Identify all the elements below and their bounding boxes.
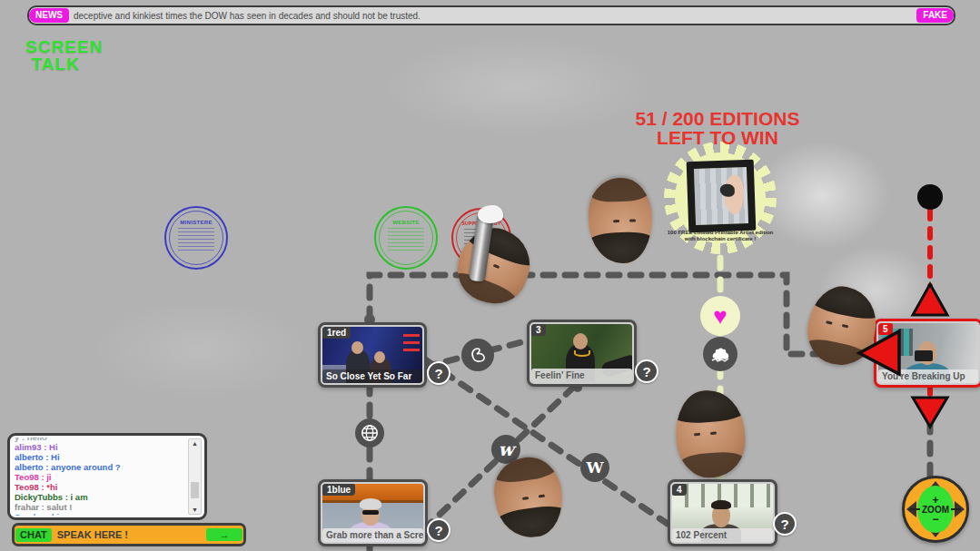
arrow-down-icon[interactable] (913, 398, 947, 427)
head-hair (673, 388, 747, 424)
head-beard (680, 451, 746, 480)
scrollbar-thumb[interactable] (191, 482, 199, 498)
chat-message: frahar : salut ! (15, 502, 188, 512)
prize-caption-line1: 100 FREE Limited Printable Artist editio… (645, 230, 796, 236)
head-hair (587, 231, 653, 264)
globe-node[interactable] (355, 418, 384, 448)
card-title: You're Breaking Up (878, 369, 978, 383)
heart-node[interactable]: ♥ (700, 296, 740, 336)
card-number-badge: 1blue (322, 484, 355, 496)
thumb-man-head (573, 333, 588, 349)
help-button-1blue[interactable]: ? (427, 518, 450, 542)
card-number-badge: 5 (878, 323, 893, 335)
thumb-gray-hair (360, 498, 381, 509)
stamp-fine-print (178, 228, 214, 253)
help-button-3[interactable]: ? (635, 359, 658, 383)
card-title: So Close Yet So Far (322, 369, 422, 383)
chat-window[interactable]: y : hello alim93 : Hi alberto : Hi alber… (7, 433, 207, 520)
thumb-sunglasses (362, 510, 379, 515)
zoom-out-button[interactable]: − (932, 515, 938, 524)
editions-counter: 51 / 200 EDITIONS LEFT TO WIN (590, 109, 845, 147)
chat-message: alberto : anyone around ? (15, 462, 188, 472)
floating-head[interactable] (587, 177, 653, 264)
prize-caption-line2: with blockchain certificate ! (645, 236, 796, 242)
ministry-stamp-title: MINISTERE (166, 220, 226, 225)
floating-head[interactable] (673, 388, 748, 479)
scroll-down-icon[interactable]: ▼ (192, 506, 198, 514)
chat-scrollbar[interactable]: ▲ ▼ (188, 438, 202, 515)
arrow-up-icon[interactable] (913, 284, 947, 315)
globe-icon (360, 423, 380, 443)
thumb-man-hair (711, 500, 731, 509)
video-card-5[interactable]: 5 You're Breaking Up (874, 319, 980, 388)
head-hair (808, 280, 883, 322)
chat-message: Teo98 : ji (15, 472, 188, 482)
head-hair (494, 504, 568, 542)
floating-head[interactable] (490, 453, 568, 541)
video-card-1red[interactable]: 1red So Close Yet So Far (318, 322, 427, 388)
muscle-icon (467, 344, 489, 366)
head-eyes (629, 219, 636, 221)
zoom-control[interactable]: + ZOOM − (902, 476, 969, 543)
help-button-1red[interactable]: ? (427, 361, 450, 385)
w-serif-node[interactable]: W (580, 453, 609, 482)
stamp-fine-print (388, 228, 424, 253)
ministry-stamp: MINISTERE (164, 206, 228, 270)
head-eyes (826, 321, 832, 325)
website-stamp: WEBSITE (374, 206, 438, 270)
frog-icon (708, 344, 732, 364)
thumb-anchor-woman-head (374, 351, 385, 363)
chat-message: DickyTubbs : i am (15, 492, 188, 502)
fake-badge[interactable]: FAKE (916, 8, 954, 23)
muscle-node[interactable] (461, 339, 494, 371)
news-badge: NEWS (29, 8, 69, 23)
news-ticker: NEWS deceptive and kinkiest times the DO… (27, 5, 955, 25)
thumb-gold-chain (574, 350, 590, 357)
card-number-badge: 1red (322, 327, 351, 339)
chat-message: Teo98 : *hi (15, 482, 188, 492)
chat-input-bar[interactable]: CHAT SPEAK HERE ! → (12, 523, 246, 546)
thumb-ticker-red (403, 334, 420, 337)
send-button[interactable]: → (206, 528, 243, 541)
path-end-dot (917, 184, 943, 210)
held-object (720, 183, 735, 197)
frog-node[interactable] (703, 337, 737, 371)
statue-white-top (478, 205, 503, 223)
head-beard (803, 336, 868, 370)
video-card-4[interactable]: 4 102 Percent (668, 479, 777, 546)
logo-line2: TALK (25, 55, 85, 73)
card-title: Feelin' Fine (531, 369, 632, 382)
head-eyes (538, 494, 544, 497)
video-card-3[interactable]: 3 Feelin' Fine (527, 320, 637, 387)
smoke-wisp (91, 300, 309, 399)
chat-input[interactable]: SPEAK HERE ! (53, 529, 205, 540)
website-stamp-title: WEBSITE (376, 220, 436, 225)
prize-artwork[interactable] (687, 160, 757, 233)
zoom-pad[interactable]: + ZOOM − (917, 486, 954, 533)
news-headline: deceptive and kinkiest times the DOW has… (69, 11, 916, 21)
help-button-4[interactable]: ? (773, 512, 797, 536)
logo-line1: SCREEN (25, 38, 85, 55)
scroll-up-icon[interactable]: ▲ (192, 439, 198, 448)
chat-message-list[interactable]: y : hello alim93 : Hi alberto : Hi alber… (15, 438, 188, 516)
zoom-in-button[interactable]: + (932, 496, 938, 505)
thumb-anchor-man-head (351, 341, 363, 354)
editions-line2: LEFT TO WIN (590, 128, 845, 147)
head-beard (589, 177, 648, 203)
card-number-badge: 4 (672, 484, 687, 496)
thumb-camera (915, 350, 933, 361)
card-title: 102 Percent (672, 528, 773, 542)
prize-caption: 100 FREE Limited Printable Artist editio… (645, 230, 796, 242)
chat-message: alberto : Hi (15, 452, 188, 462)
chat-label: CHAT (15, 528, 52, 542)
card-number-badge: 3 (531, 324, 546, 336)
video-card-1blue[interactable]: 1blue Grab more than a Screen (318, 479, 428, 546)
card-title: Grab more than a Screen (322, 528, 423, 542)
head-eyes (694, 433, 700, 436)
app-logo: SCREEN TALK (25, 38, 85, 73)
chat-message: alim93 : Hi (15, 442, 188, 452)
chat-message: Sandra : hi (15, 512, 188, 516)
editions-line1: 51 / 200 EDITIONS (590, 109, 845, 128)
floating-head[interactable] (801, 280, 883, 371)
